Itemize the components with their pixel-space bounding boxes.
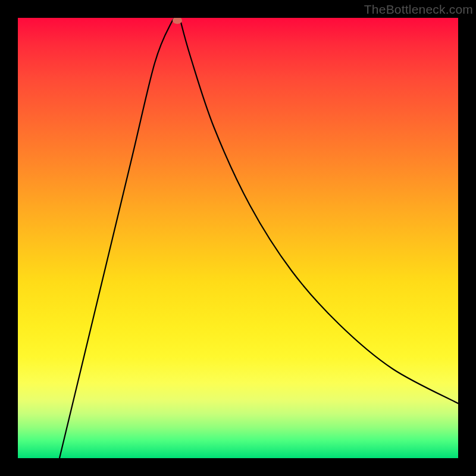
curve-right-branch [180, 18, 458, 403]
watermark-text: TheBottleneck.com [364, 2, 473, 17]
chart-svg [18, 18, 458, 458]
chart-plot-area [18, 18, 458, 458]
curve-left-branch [60, 18, 177, 458]
